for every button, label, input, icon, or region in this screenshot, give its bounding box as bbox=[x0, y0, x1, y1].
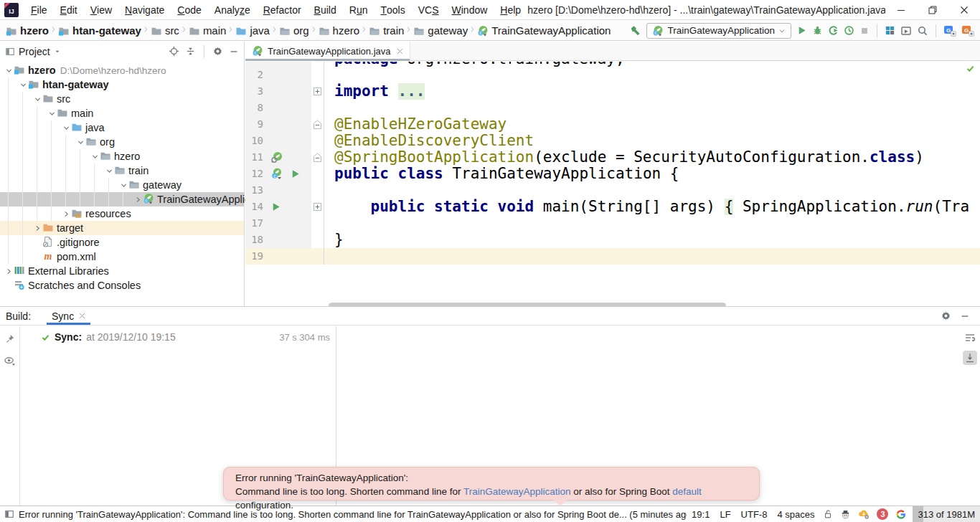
code-line-9[interactable]: 9@EnableHZeroGateway bbox=[245, 116, 980, 133]
menu-code[interactable]: Code bbox=[171, 0, 207, 19]
pin-icon[interactable] bbox=[4, 333, 15, 344]
breadcrumb-train[interactable]: train bbox=[369, 24, 404, 37]
breadcrumb-java[interactable]: java bbox=[235, 24, 270, 37]
hide-panel-icon[interactable] bbox=[229, 47, 239, 57]
notification-badge[interactable]: 3 bbox=[877, 508, 888, 520]
code-line-19[interactable]: 19 bbox=[245, 248, 980, 265]
run-icon[interactable] bbox=[290, 169, 301, 179]
breadcrumb-hzero[interactable]: hzero bbox=[6, 24, 49, 37]
structure-icon[interactable] bbox=[885, 25, 895, 36]
coverage-icon[interactable] bbox=[828, 25, 839, 36]
tree-item--gitignore[interactable]: .gitignore bbox=[0, 235, 244, 250]
chevron-down-icon[interactable] bbox=[19, 81, 27, 89]
chevron-down-icon[interactable] bbox=[5, 67, 13, 75]
chevron-down-icon[interactable] bbox=[34, 95, 42, 103]
bug-icon[interactable] bbox=[812, 25, 823, 36]
tree-item-hzero[interactable]: hzeroD:\Dome\hzero-hd\hzero bbox=[0, 63, 244, 77]
project-panel-title[interactable]: Project bbox=[19, 46, 50, 57]
code-line-13[interactable]: 13 bbox=[245, 182, 980, 199]
profiler-icon[interactable] bbox=[844, 25, 854, 36]
code-line-10[interactable]: 10@EnableDiscoveryClient bbox=[245, 133, 980, 149]
code-line-8[interactable]: 8 bbox=[245, 100, 980, 116]
chevron-down-icon[interactable] bbox=[54, 48, 61, 55]
run-config-selector[interactable]: cTrainGatewayApplication bbox=[646, 23, 791, 39]
tree-item-target[interactable]: target bbox=[0, 221, 244, 235]
soft-wrap-icon[interactable] bbox=[964, 332, 976, 343]
tree-item-src[interactable]: src bbox=[0, 92, 244, 106]
code-line-11[interactable]: 11@SpringBootApplication(exclude = Secur… bbox=[245, 149, 980, 166]
code-line-17[interactable]: 17 bbox=[245, 215, 980, 232]
chevron-down-icon[interactable] bbox=[120, 181, 128, 189]
menu-run[interactable]: Run bbox=[343, 0, 374, 19]
tree-item-main[interactable]: main bbox=[0, 106, 244, 120]
view-options-eye-icon[interactable] bbox=[4, 356, 16, 366]
tree-item-resources[interactable]: resources bbox=[0, 207, 244, 221]
minimize-button[interactable] bbox=[885, 0, 917, 19]
breadcrumb-org[interactable]: org bbox=[279, 24, 309, 37]
code-line-18[interactable]: 18} bbox=[245, 232, 980, 248]
close-tab-icon[interactable] bbox=[397, 48, 403, 54]
menu-help[interactable]: Help bbox=[494, 0, 527, 19]
code-line-3[interactable]: 3import ... bbox=[245, 83, 980, 100]
chevron-right-icon[interactable] bbox=[134, 196, 142, 204]
scroll-to-end-icon[interactable] bbox=[963, 351, 977, 365]
menu-window[interactable]: Window bbox=[446, 0, 494, 19]
tree-item-pom-xml[interactable]: mpom.xml bbox=[0, 250, 244, 264]
fold-minus-icon[interactable] bbox=[314, 120, 321, 129]
menu-tools[interactable]: Tools bbox=[374, 0, 411, 19]
search-icon[interactable] bbox=[917, 25, 928, 37]
chevron-down-icon[interactable] bbox=[62, 124, 70, 132]
tree-item-java[interactable]: java bbox=[0, 120, 244, 135]
fold-minus-icon[interactable] bbox=[314, 153, 321, 162]
run-icon[interactable] bbox=[796, 25, 807, 36]
breadcrumb-hzero[interactable]: hzero bbox=[319, 24, 360, 37]
collapse-all-icon[interactable] bbox=[185, 46, 196, 57]
chevron-right-icon[interactable] bbox=[62, 210, 70, 218]
run-icon[interactable] bbox=[270, 201, 281, 212]
spring-bean-icon[interactable]: c bbox=[270, 168, 283, 180]
memory-indicator[interactable]: 313 of 1981M bbox=[913, 506, 980, 522]
gear-icon[interactable] bbox=[941, 310, 951, 321]
tool-window-switcher-icon[interactable] bbox=[4, 509, 14, 519]
breadcrumb-gateway[interactable]: gateway bbox=[413, 24, 468, 37]
translate-orange-icon[interactable]: G★ bbox=[961, 25, 974, 37]
code-line[interactable]: package org.hzero.train.gateway; bbox=[245, 62, 980, 67]
breadcrumb-src[interactable]: src bbox=[151, 24, 179, 37]
menu-vcs[interactable]: VCS bbox=[412, 0, 446, 19]
tree-item-hzero[interactable]: hzero bbox=[0, 149, 244, 163]
tree-item-traingatewayapplica[interactable]: cTrainGatewayApplica bbox=[0, 192, 244, 207]
close-tab-icon[interactable] bbox=[79, 313, 85, 319]
preview-icon[interactable] bbox=[900, 25, 912, 37]
locate-file-icon[interactable] bbox=[169, 46, 179, 57]
chevron-down-icon[interactable] bbox=[77, 138, 85, 146]
fold-plus-icon[interactable] bbox=[314, 87, 321, 95]
code-line-2[interactable]: 2 bbox=[245, 67, 980, 83]
breadcrumb-traingatewayapplication[interactable]: cTrainGatewayApplication bbox=[477, 24, 611, 37]
tree-item-org[interactable]: org bbox=[0, 135, 244, 149]
hammer-icon[interactable] bbox=[629, 24, 641, 37]
google-icon[interactable] bbox=[895, 509, 906, 520]
gear-icon[interactable] bbox=[212, 46, 223, 57]
unlocked-icon[interactable] bbox=[823, 509, 833, 519]
balloon-link-default[interactable]: default bbox=[672, 486, 702, 497]
indent-setting[interactable]: 4 spaces bbox=[777, 509, 814, 520]
hide-panel-icon[interactable] bbox=[960, 311, 970, 321]
menu-analyze[interactable]: Analyze bbox=[208, 0, 257, 19]
chevron-right-icon[interactable] bbox=[34, 224, 42, 232]
chevron-right-icon[interactable] bbox=[5, 267, 13, 275]
menu-build[interactable]: Build bbox=[308, 0, 343, 19]
tab-sync[interactable]: Sync bbox=[50, 307, 88, 325]
breadcrumb-main[interactable]: main bbox=[189, 24, 227, 37]
chevron-down-icon[interactable] bbox=[91, 153, 99, 161]
menu-refactor[interactable]: Refactor bbox=[257, 0, 308, 19]
chevron-down-icon[interactable] bbox=[48, 110, 56, 118]
hector-inspections-icon[interactable] bbox=[840, 509, 851, 520]
restore-button[interactable] bbox=[917, 0, 948, 19]
menu-edit[interactable]: Edit bbox=[54, 0, 84, 19]
sync-result-row[interactable]: Sync: at 2019/12/10 19:15 37 s 304 ms bbox=[21, 326, 336, 343]
translate-blue-icon[interactable]: G★ bbox=[943, 25, 956, 37]
tree-item-htan-gateway[interactable]: htan-gateway bbox=[0, 77, 244, 92]
menu-navigate[interactable]: Navigate bbox=[118, 0, 171, 19]
code-editor[interactable]: package org.hzero.train.gateway;23import… bbox=[245, 62, 980, 306]
close-button[interactable] bbox=[948, 0, 980, 19]
